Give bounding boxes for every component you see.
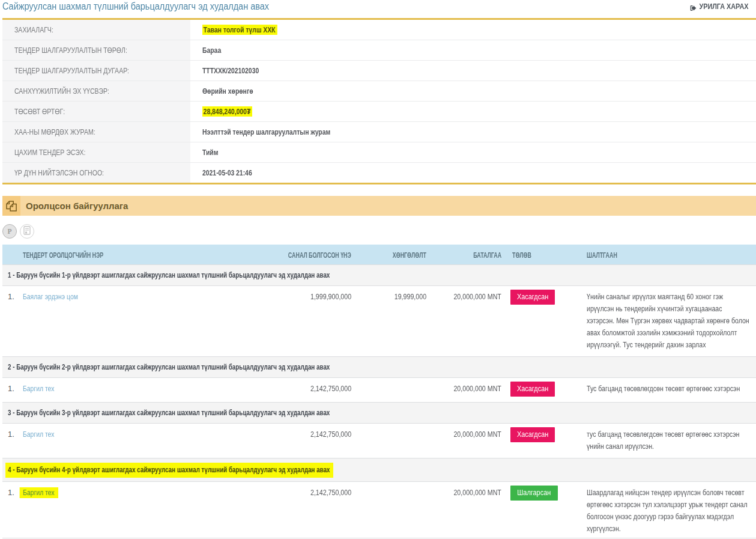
header-cell-reason: ШАЛТГААН: [579, 245, 756, 264]
bidder-guarantee-text: 20,000,000 MNT: [454, 291, 501, 303]
lot-group-row: 1 - Баруун бүсийн 1-р үйлдвэрт ашиглагда…: [2, 264, 756, 285]
bidder-name-text: Баргил тех: [23, 487, 59, 499]
bidder-index: 1.: [2, 377, 20, 402]
details-value: Өөрийн хөрөнгө: [190, 81, 756, 102]
details-label: ТЕНДЕР ШАЛГАРУУЛАЛТЫН ТӨРӨЛ:: [2, 40, 190, 61]
bidder-guarantee: 20,000,000 MNT: [429, 285, 504, 356]
details-row: ХАА-НЫ МӨРДӨХ ЖУРАМ:Нээлттэй тендер шалг…: [2, 122, 756, 142]
details-value: Бараа: [190, 40, 756, 61]
details-value-text: 2021-05-03 21:46: [202, 168, 252, 177]
bidder-reason-text: Тус багцанд төсөвлөгдсөн төсөвт өртөгөөс…: [587, 383, 755, 395]
details-label: ҮР ДҮН НИЙТЭЛСЭН ОГНОО:: [2, 163, 190, 184]
details-value: 28,848,240,000₮: [190, 102, 756, 122]
export-toolbar: P: [2, 224, 756, 239]
details-label-text: ЦАХИМ ТЕНДЕР ЭСЭХ:: [14, 148, 85, 157]
details-row: ҮР ДҮН НИЙТЭЛСЭН ОГНОО:2021-05-03 21:46: [2, 163, 756, 184]
bidder-guarantee-text: 20,000,000 MNT: [454, 383, 501, 395]
tender-details-table: ЗАХИАЛАГЧ:Таван толгой түлш ХХКТЕНДЕР ША…: [2, 18, 756, 184]
header-cell-offered-price: САНАЛ БОЛГОСОН ҮНЭ: [183, 245, 354, 264]
participants-section-banner: Оролцсон байгууллага: [2, 196, 756, 216]
bidder-price-text: 2,142,750,000: [310, 487, 351, 499]
bidder-guarantee-text: 20,000,000 MNT: [454, 487, 501, 499]
details-label-text: ЗАХИАЛАГЧ:: [14, 25, 53, 34]
header-cell-bidder-name: ТЕНДЕРТ ОРОЛЦОГЧИЙН НЭР: [20, 245, 183, 264]
bidder-status-cell: Хасагдсан: [504, 377, 579, 402]
participants-section-title: Оролцсон байгууллага: [26, 201, 128, 211]
bidder-reason-text: тус багцанд төсөвлөгдсөн төсөвт өртөгөөс…: [587, 428, 755, 452]
bidder-price: 2,142,750,000: [183, 481, 354, 538]
highlighted-value: 28,848,240,000₮: [202, 106, 252, 117]
details-value-text: 28,848,240,000₮: [202, 107, 252, 116]
lot-group-title-text: 4 - Баруун бүсийн 4-р үйлдвэрт ашиглагда…: [8, 466, 334, 474]
bidder-name-cell: Баргил тех: [20, 423, 183, 458]
bidder-status-cell: Хасагдсан: [504, 423, 579, 458]
details-label: ТӨСӨВТ ӨРТӨГ:: [2, 102, 190, 122]
bidder-guarantee: 20,000,000 MNT: [429, 377, 504, 402]
status-badge: Хасагдсан: [510, 427, 555, 442]
bidder-index: 1.: [2, 423, 20, 458]
bidder-row: 1.Баргил тех2,142,750,00020,000,000 MNTХ…: [2, 377, 756, 402]
bidder-name-link[interactable]: Баялаг эрдэнэ цом: [23, 292, 92, 301]
bidder-row: 1.Баргил тех2,142,750,00020,000,000 MNTШ…: [2, 481, 756, 538]
status-badge: Шалгарсан: [510, 486, 558, 501]
bidder-reason: Шаардлагад нийцсэн тендер ирүүлсэн болов…: [579, 481, 756, 538]
bidder-name-cell: Баялаг эрдэнэ цом: [20, 285, 183, 356]
details-label: ЦАХИМ ТЕНДЕР ЭСЭХ:: [2, 142, 190, 163]
bidder-discount-text: 19,999,000: [395, 291, 426, 303]
bidder-guarantee-text: 20,000,000 MNT: [454, 428, 501, 440]
lot-group-row: 3 - Баруун бүсийн 3-р үйлдвэрт ашиглагда…: [2, 402, 756, 423]
status-badge: Хасагдсан: [510, 382, 555, 397]
invitation-link[interactable]: УРИЛГА ХАРАХ: [689, 1, 748, 11]
invitation-link-text: УРИЛГА ХАРАХ: [699, 2, 748, 11]
bidder-price-text: 2,142,750,000: [310, 383, 351, 395]
bidder-discount: 19,999,000: [354, 285, 429, 356]
details-label: ХАА-НЫ МӨРДӨХ ЖУРАМ:: [2, 122, 190, 142]
bidder-name-text: Баргил тех: [23, 428, 54, 440]
highlighted-value: Таван толгой түлш ХХК: [202, 25, 277, 35]
pdf-export-label: P: [7, 228, 11, 235]
bidder-name-link[interactable]: Баргил тех: [23, 384, 62, 393]
details-value: Таван толгой түлш ХХК: [190, 19, 756, 40]
details-label-text: САНХҮҮЖИЛТИЙН ЭХ ҮҮСВЭР:: [14, 87, 109, 96]
pdf-export-button[interactable]: P: [2, 224, 17, 239]
status-badge-text: Хасагдсан: [517, 384, 548, 394]
bidder-discount: [354, 423, 429, 458]
lot-group-row: 4 - Баруун бүсийн 4-р үйлдвэрт ашиглагда…: [2, 458, 756, 481]
page-title-text: Сайжруулсан шахмал түлшний барьцалдуулаг…: [2, 1, 269, 12]
bidder-discount: [354, 377, 429, 402]
details-label-text: ХАА-НЫ МӨРДӨХ ЖУРАМ:: [14, 127, 95, 136]
report-export-button[interactable]: [20, 224, 34, 239]
bidder-status-cell: Шалгарсан: [504, 481, 579, 538]
copy-pages-icon: [2, 196, 20, 216]
bidder-name-cell: Баргил тех: [20, 481, 183, 538]
highlighted-bidder-name: Баргил тех: [19, 487, 58, 498]
participants-table: ТЕНДЕРТ ОРОЛЦОГЧИЙН НЭР САНАЛ БОЛГОСОН Ү…: [2, 245, 756, 538]
bidder-reason: Тус багцанд төсөвлөгдсөн төсөвт өртөгөөс…: [579, 377, 756, 402]
details-value-text: Өөрийн хөрөнгө: [202, 87, 253, 96]
details-label: ТЕНДЕР ШАЛГАРУУЛАЛТЫН ДУГААР:: [2, 61, 190, 81]
details-row: ЦАХИМ ТЕНДЕР ЭСЭХ:Тийм: [2, 142, 756, 163]
bidder-reason: тус багцанд төсөвлөгдсөн төсөвт өртөгөөс…: [579, 423, 756, 458]
topbar: Сайжруулсан шахмал түлшний барьцалдуулаг…: [0, 0, 756, 18]
bidder-guarantee: 20,000,000 MNT: [429, 481, 504, 538]
status-badge: Хасагдсан: [510, 290, 555, 305]
bidder-name-link[interactable]: Баргил тех: [23, 430, 62, 439]
lot-group-title-text: 2 - Баруун бүсийн 2-р үйлдвэрт ашиглагда…: [8, 364, 330, 371]
status-badge-text: Хасагдсан: [517, 292, 548, 302]
bidder-reason-text: Үнийн саналыг ирүүлэх маягтанд 60 хоног …: [587, 291, 755, 351]
bidder-reason: Үнийн саналыг ирүүлэх маягтанд 60 хоног …: [579, 285, 756, 356]
bidder-index: 1.: [2, 285, 20, 356]
bidder-row: 1.Баялаг эрдэнэ цом1,999,900,00019,999,0…: [2, 285, 756, 356]
bidder-name-link[interactable]: Баргил тех: [23, 488, 67, 497]
bidder-row: 1.Баргил тех2,142,750,00020,000,000 MNTХ…: [2, 423, 756, 458]
tender-result-page: Сайжруулсан шахмал түлшний барьцалдуулаг…: [0, 0, 756, 538]
details-value-text: Бараа: [202, 46, 221, 55]
sign-out-icon: [690, 3, 697, 10]
details-value: Нээлттэй тендер шалгаруулалтын журам: [190, 122, 756, 142]
status-badge-text: Шалгарсан: [517, 488, 551, 498]
lot-group-title: 4 - Баруун бүсийн 4-р үйлдвэрт ашиглагда…: [2, 458, 756, 481]
details-label-text: ҮР ДҮН НИЙТЭЛСЭН ОГНОО:: [14, 168, 104, 177]
bidder-name-text: Баялаг эрдэнэ цом: [23, 291, 78, 303]
bidder-price: 1,999,900,000: [183, 285, 354, 356]
bidder-price-text: 2,142,750,000: [310, 428, 351, 440]
